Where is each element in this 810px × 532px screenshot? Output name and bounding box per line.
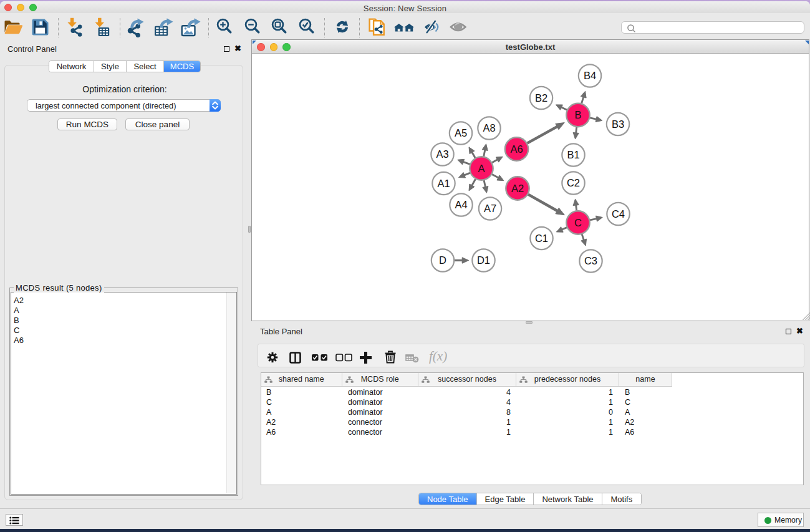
svg-text:B4: B4: [584, 70, 596, 81]
svg-text:B1: B1: [567, 149, 579, 160]
svg-text:A1: A1: [437, 178, 450, 189]
svg-text:A2: A2: [511, 183, 524, 194]
svg-text:A: A: [478, 163, 485, 174]
svg-text:C3: C3: [584, 255, 597, 266]
svg-text:A8: A8: [483, 122, 495, 133]
svg-text:B2: B2: [535, 92, 547, 104]
svg-text:A6: A6: [510, 143, 523, 155]
svg-text:A3: A3: [436, 148, 448, 160]
svg-text:B: B: [574, 109, 581, 120]
svg-text:C4: C4: [612, 208, 625, 220]
svg-text:D1: D1: [477, 254, 490, 266]
svg-text:C: C: [574, 217, 582, 228]
svg-text:C1: C1: [535, 233, 548, 244]
svg-text:A4: A4: [455, 199, 467, 210]
svg-text:A7: A7: [484, 203, 496, 214]
svg-text:D: D: [439, 254, 446, 266]
svg-text:A5: A5: [455, 127, 467, 138]
svg-text:B3: B3: [612, 118, 624, 130]
svg-text:C2: C2: [567, 177, 580, 188]
